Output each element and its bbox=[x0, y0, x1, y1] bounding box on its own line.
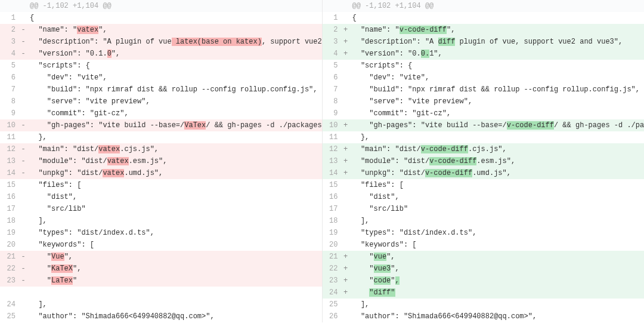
diff-code[interactable]: "description": "A plugin of vue latex(ba… bbox=[27, 36, 322, 48]
diff-code[interactable]: "dev": "vite", bbox=[350, 72, 645, 84]
diff-code[interactable]: "diff" bbox=[350, 287, 645, 299]
diff-code[interactable]: "keywords": [ bbox=[27, 239, 322, 251]
diff-row[interactable]: 11 }, bbox=[0, 131, 322, 143]
diff-code[interactable]: @@ -1,102 +1,104 @@ bbox=[350, 0, 645, 12]
diff-row[interactable]: 6 "dev": "vite", bbox=[0, 72, 322, 84]
diff-row[interactable]: 12+ "main": "dist/v-code-diff.cjs.js", bbox=[323, 143, 645, 155]
diff-row[interactable]: 23+ "code", bbox=[323, 275, 645, 287]
diff-code[interactable]: "files": [ bbox=[27, 179, 322, 191]
diff-code[interactable]: "main": "dist/v-code-diff.cjs.js", bbox=[350, 143, 645, 155]
diff-row[interactable]: 17 "src/lib" bbox=[0, 203, 322, 215]
diff-row[interactable]: 24 ], bbox=[0, 299, 322, 310]
diff-code[interactable]: "scripts": { bbox=[27, 60, 322, 72]
diff-row[interactable]: 4- "version": "0.1.0", bbox=[0, 48, 322, 60]
diff-row[interactable]: 16 "dist", bbox=[323, 191, 645, 203]
diff-row[interactable]: 9 "commit": "git-cz", bbox=[323, 107, 645, 119]
diff-code[interactable]: "build": "npx rimraf dist && rollup --co… bbox=[27, 84, 322, 96]
diff-row[interactable]: 13+ "module": "dist/v-code-diff.esm.js", bbox=[323, 155, 645, 167]
diff-code[interactable]: "files": [ bbox=[350, 179, 645, 191]
diff-row[interactable]: 22- "KaTeX", bbox=[0, 263, 322, 275]
diff-row[interactable]: 5 "scripts": { bbox=[323, 60, 645, 72]
diff-row[interactable]: 2- "name": "vatex", bbox=[0, 24, 322, 36]
diff-row[interactable]: @@ -1,102 +1,104 @@ bbox=[0, 0, 322, 12]
diff-row[interactable]: 18 ], bbox=[323, 215, 645, 227]
diff-row[interactable]: 4+ "version": "0.0.1", bbox=[323, 48, 645, 60]
diff-row[interactable]: 25 ], bbox=[323, 299, 645, 310]
diff-row[interactable]: 16 "dist", bbox=[0, 191, 322, 203]
diff-code[interactable]: "commit": "git-cz", bbox=[350, 107, 645, 119]
diff-code[interactable]: @@ -1,102 +1,104 @@ bbox=[27, 0, 322, 12]
diff-code[interactable]: ], bbox=[27, 215, 322, 227]
diff-row[interactable]: 21+ "vue", bbox=[323, 251, 645, 263]
diff-row[interactable]: 7 "build": "npx rimraf dist && rollup --… bbox=[323, 84, 645, 96]
diff-row[interactable]: 23- "LaTex" bbox=[0, 275, 322, 287]
diff-code[interactable]: "code", bbox=[350, 275, 645, 287]
diff-code[interactable]: "Vue", bbox=[27, 251, 322, 263]
diff-row[interactable]: 7 "build": "npx rimraf dist && rollup --… bbox=[0, 84, 322, 96]
diff-row[interactable]: 19 "types": "dist/index.d.ts", bbox=[0, 227, 322, 239]
diff-code[interactable]: "description": "A diff plugin of vue, su… bbox=[350, 36, 645, 48]
diff-code[interactable]: "commit": "git-cz", bbox=[27, 107, 322, 119]
diff-code[interactable]: "keywords": [ bbox=[350, 239, 645, 251]
diff-row[interactable]: 15 "files": [ bbox=[0, 179, 322, 191]
diff-code[interactable]: "gh-pages": "vite build --base=/v-code-d… bbox=[350, 119, 645, 131]
diff-code[interactable]: { bbox=[350, 12, 645, 24]
diff-code[interactable]: "unpkg": "dist/vatex.umd.js", bbox=[27, 167, 322, 179]
diff-code[interactable]: "src/lib" bbox=[27, 203, 322, 215]
diff-code[interactable]: "author": "Shimada666<649940882@qq.com>"… bbox=[27, 310, 322, 322]
diff-code[interactable]: "dev": "vite", bbox=[27, 72, 322, 84]
diff-code[interactable]: "author": "Shimada666<649940882@qq.com>"… bbox=[350, 310, 645, 322]
diff-code[interactable]: "version": "0.0.1", bbox=[350, 48, 645, 60]
diff-code[interactable]: "gh-pages": "vite build --base=/VaTex/ &… bbox=[27, 119, 322, 131]
diff-code[interactable]: }, bbox=[350, 131, 645, 143]
diff-row[interactable]: 1{ bbox=[0, 12, 322, 24]
diff-row[interactable]: 15 "files": [ bbox=[323, 179, 645, 191]
diff-code[interactable]: "dist", bbox=[27, 191, 322, 203]
diff-code[interactable]: "LaTex" bbox=[27, 275, 322, 287]
diff-row[interactable]: 2+ "name": "v-code-diff", bbox=[323, 24, 645, 36]
diff-row[interactable]: 20 "keywords": [ bbox=[0, 239, 322, 251]
diff-code[interactable]: ], bbox=[350, 215, 645, 227]
diff-row[interactable]: 6 "dev": "vite", bbox=[323, 72, 645, 84]
diff-row[interactable]: 17 "src/lib" bbox=[323, 203, 645, 215]
diff-row[interactable]: 13- "module": "dist/vatex.esm.js", bbox=[0, 155, 322, 167]
diff-code[interactable]: "vue", bbox=[350, 251, 645, 263]
diff-row[interactable]: 21- "Vue", bbox=[0, 251, 322, 263]
diff-code[interactable]: ], bbox=[27, 299, 322, 310]
diff-code[interactable]: "src/lib" bbox=[350, 203, 645, 215]
diff-row[interactable]: 25 "author": "Shimada666<649940882@qq.co… bbox=[0, 310, 322, 322]
diff-code[interactable]: "module": "dist/vatex.esm.js", bbox=[27, 155, 322, 167]
diff-row[interactable]: 26 "author": "Shimada666<649940882@qq.co… bbox=[323, 310, 645, 322]
diff-row[interactable]: 8 "serve": "vite preview", bbox=[323, 96, 645, 107]
diff-row[interactable]: 3- "description": "A plugin of vue latex… bbox=[0, 36, 322, 48]
diff-row[interactable]: 12- "main": "dist/vatex.cjs.js", bbox=[0, 143, 322, 155]
diff-code[interactable]: "scripts": { bbox=[350, 60, 645, 72]
diff-code[interactable]: "serve": "vite preview", bbox=[350, 96, 645, 107]
diff-row[interactable]: 5 "scripts": { bbox=[0, 60, 322, 72]
diff-row[interactable] bbox=[0, 287, 322, 299]
diff-code[interactable]: "main": "dist/vatex.cjs.js", bbox=[27, 143, 322, 155]
diff-row[interactable]: 10+ "gh-pages": "vite build --base=/v-co… bbox=[323, 119, 645, 131]
diff-row[interactable]: 10- "gh-pages": "vite build --base=/VaTe… bbox=[0, 119, 322, 131]
diff-row[interactable]: 20 "keywords": [ bbox=[323, 239, 645, 251]
diff-code[interactable]: "module": "dist/v-code-diff.esm.js", bbox=[350, 155, 645, 167]
diff-code[interactable]: "name": "vatex", bbox=[27, 24, 322, 36]
diff-row[interactable]: 14- "unpkg": "dist/vatex.umd.js", bbox=[0, 167, 322, 179]
diff-code[interactable]: "unpkg": "dist/v-code-diff.umd.js", bbox=[350, 167, 645, 179]
diff-code[interactable]: "name": "v-code-diff", bbox=[350, 24, 645, 36]
diff-row[interactable]: 14+ "unpkg": "dist/v-code-diff.umd.js", bbox=[323, 167, 645, 179]
diff-row[interactable]: 24+ "diff" bbox=[323, 287, 645, 299]
diff-code[interactable] bbox=[27, 287, 322, 299]
diff-code[interactable]: }, bbox=[27, 131, 322, 143]
diff-code[interactable]: "KaTeX", bbox=[27, 263, 322, 275]
diff-code[interactable]: "types": "dist/index.d.ts", bbox=[350, 227, 645, 239]
diff-code[interactable]: "version": "0.1.0", bbox=[27, 48, 322, 60]
diff-code[interactable]: "serve": "vite preview", bbox=[27, 96, 322, 107]
diff-code[interactable]: "build": "npx rimraf dist && rollup --co… bbox=[350, 84, 645, 96]
diff-row[interactable]: 11 }, bbox=[323, 131, 645, 143]
diff-row[interactable]: 3+ "description": "A diff plugin of vue,… bbox=[323, 36, 645, 48]
diff-code[interactable]: "dist", bbox=[350, 191, 645, 203]
diff-row[interactable]: 22+ "vue3", bbox=[323, 263, 645, 275]
diff-row[interactable]: 8 "serve": "vite preview", bbox=[0, 96, 322, 107]
diff-code[interactable]: "types": "dist/index.d.ts", bbox=[27, 227, 322, 239]
